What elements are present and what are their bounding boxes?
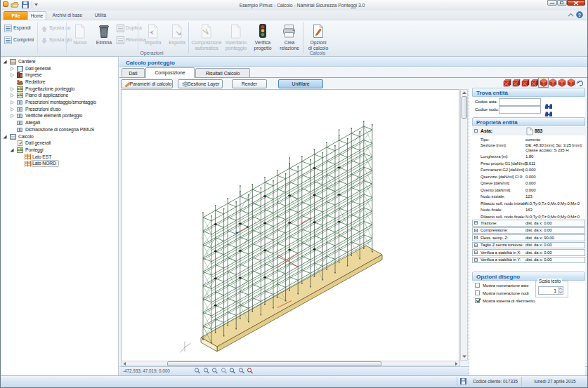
svg-text:?: ? [578,13,581,18]
